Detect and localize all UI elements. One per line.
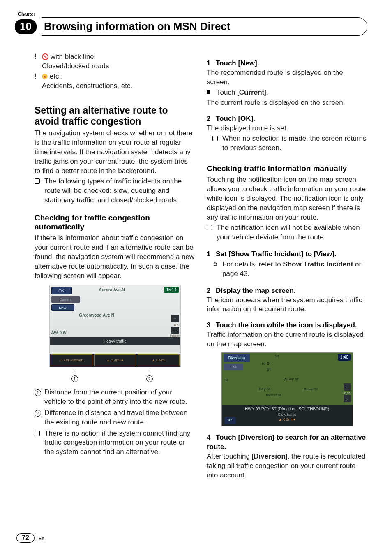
m-step-1-ref: For details, refer to Show Traffic Incid… <box>222 260 367 279</box>
step-2-note: When no selection is made, the screen re… <box>222 134 367 153</box>
m-step-3-body: Traffic information on the current route… <box>207 330 367 349</box>
fig2-diversion-button: Diversion <box>224 354 250 362</box>
note-box-icon <box>35 429 44 438</box>
m-step-1-title: Set [Show Traffic Incident] to [View]. <box>216 250 336 258</box>
chapter-number-badge: 10 <box>15 19 37 34</box>
fig2-time-badge: 1:46 <box>338 354 350 361</box>
m-step-2-title: Display the map screen. <box>216 287 296 294</box>
fig2-road-broad: Broad St <box>304 387 318 392</box>
chapter-title: Browsing information on MSN Direct <box>42 20 360 33</box>
bullet-2-sub: Accidents, constructions, etc. <box>42 81 132 91</box>
fig2-road-st: St <box>275 354 279 359</box>
step-1-title: Touch [New]. <box>216 59 259 67</box>
bullet-closed-roads: ! with black line: Closed/blocked roads <box>35 52 195 71</box>
fig1-heavy-traffic-bar: Heavy traffic <box>50 337 180 345</box>
step-2-title: Touch [OK]. <box>216 115 255 123</box>
fig2-road-st2: St <box>267 367 271 372</box>
fig2-info-line3: ▲ 0.2mi ● <box>222 417 353 422</box>
prohibit-icon <box>42 53 48 60</box>
note-box-icon <box>212 134 222 143</box>
fig2-road-st-left: St <box>224 378 228 382</box>
solid-square-icon <box>207 88 217 96</box>
fig1-seg-1: -0.4mi -0h09m <box>51 354 92 366</box>
m-step-1-ref-pre: For details, refer to <box>222 260 283 268</box>
fig1-time-badge: 15:14 <box>164 287 178 293</box>
fig1-seg-2: ▲ 1.4mi ● <box>94 354 136 366</box>
manual-check-note: The notification icon will not be availa… <box>217 223 367 242</box>
bullet-2-text: etc.: <box>50 72 63 80</box>
heading-manual-check: Checking traffic information manually <box>207 164 367 174</box>
figure-alt-route-screen: OK Current New Aurora Ave.N Greenwood Av… <box>49 285 181 367</box>
fig2-road-valley: Valley St <box>284 377 299 382</box>
m-step-2-heading: 2Display the map screen. <box>207 286 367 296</box>
fig2-road-mercer: Mercer St <box>266 393 281 398</box>
callout-2-icon: 2 <box>146 375 153 382</box>
m-step-4-body: After touching [Diversion], the route is… <box>207 452 367 480</box>
step-1-alt-tail: ]. <box>264 88 268 96</box>
bullet-1-sub: Closed/blocked roads <box>42 62 109 71</box>
step-2-heading: 2Touch [OK]. <box>207 114 367 124</box>
m-step-3-heading: 3Touch the icon while the icon is displa… <box>207 321 367 330</box>
circled-2-icon: 2 <box>35 410 41 417</box>
fig1-road-aurora: Aurora Ave.N <box>99 287 125 293</box>
fig2-back-icon: ↶ <box>224 417 236 424</box>
fig2-road-rd-st: rd St <box>262 361 271 366</box>
left-column: ! with black line: Closed/blocked roads … <box>35 52 195 481</box>
m-step-1-ref-bold: Show Traffic Incident <box>283 260 353 268</box>
step-1-alt-body: The current route is displayed on the sc… <box>207 98 367 108</box>
step-1-alt: Touch [Current]. <box>217 88 268 97</box>
chapter-label: Chapter <box>18 12 367 16</box>
chapter-title-wrap: Browsing information on MSN Direct <box>42 17 367 36</box>
manual-check-body: Touching the notification icon on the ma… <box>207 175 367 222</box>
m-step-4-pre: After touching [ <box>207 452 254 460</box>
bullet-dot-icon: ! <box>35 72 42 81</box>
figure-traffic-map: Diversion List 1:46 St rd St St St Valle… <box>221 352 353 426</box>
fig2-info-line2: Slow traffic <box>222 412 353 417</box>
figure-1-callouts: 1 2 <box>49 369 181 384</box>
fig2-zoom-out-icon: − <box>344 383 351 391</box>
no-action-note: There is no action if the system cannot … <box>44 429 195 457</box>
fig2-road-roy: Roy St <box>259 387 271 392</box>
bullet-accidents: ! etc.: Accidents, constructions, etc. <box>35 72 195 91</box>
m-step-3-title: Touch the icon while the icon is display… <box>216 321 357 329</box>
fig2-list-button: List <box>224 364 243 370</box>
step-1-body: The recommended route is displayed on th… <box>207 68 367 87</box>
step-1-alt-pre: Touch [ <box>217 88 239 96</box>
right-column: 1Touch [New]. The recommended route is d… <box>207 52 367 481</box>
fig1-zoom-in-icon: + <box>171 327 179 334</box>
page-lang: En <box>39 536 44 541</box>
heading-alt-route: Setting an alternative route to avoid tr… <box>35 105 195 127</box>
fig2-info-line1: HWY 99 ROY ST (Direction : SOUTHBOUND) <box>222 406 353 412</box>
circled-1-icon: 1 <box>35 389 41 396</box>
fig1-road-greenwood: Greenwood Ave N <box>79 313 114 318</box>
callout-1-icon: 1 <box>71 375 78 382</box>
heading-auto-check: Checking for traffic congestion automati… <box>35 213 195 232</box>
m-step-2-body: The icon appears when the system acquire… <box>207 296 367 315</box>
callout-2-text: Difference in distance and travel time b… <box>44 408 195 427</box>
bullet-1-text: with black line: <box>51 53 96 60</box>
step-1-heading: 1Touch [New]. <box>207 59 367 68</box>
fig2-bottom-info: HWY 99 ROY ST (Direction : SOUTHBOUND) S… <box>222 405 353 426</box>
m-step-4-title: Touch [Diversion] to search for an alter… <box>207 433 366 451</box>
bullet-dot-icon: ! <box>35 52 42 61</box>
fig1-current-button: Current <box>51 296 80 303</box>
note-box-icon <box>207 223 217 232</box>
step-2-body: The displayed route is set. <box>207 124 367 133</box>
fig1-ok-button: OK <box>51 287 72 294</box>
chapter-header: 10 Browsing information on MSN Direct <box>15 17 367 36</box>
fig2-zoom-in-icon: + <box>344 395 351 402</box>
fig1-seg-3: ▲ 0.9mi <box>138 354 180 366</box>
fig1-new-button: New <box>51 304 74 311</box>
step-1-alt-bold: Current <box>239 88 264 96</box>
arrow-ref-icon <box>212 260 222 268</box>
page-footer: 72 En <box>16 533 44 543</box>
fig1-zoom-out-icon: − <box>171 315 179 322</box>
alt-route-body: The navigation system checks whether or … <box>35 129 195 176</box>
callout-1-text: Distance from the current position of yo… <box>44 388 195 407</box>
m-step-4-heading: 4Touch [Diversion] to search for an alte… <box>207 433 367 452</box>
fig1-ave-nw: Ave NW <box>51 330 67 336</box>
m-step-4-bold: Diversion <box>254 452 285 460</box>
m-step-1-heading: 1Set [Show Traffic Incident] to [View]. <box>207 250 367 259</box>
alt-route-note: The following types of traffic incidents… <box>44 177 195 205</box>
fig1-bottom-bar: -0.4mi -0h09m ▲ 1.4mi ● ▲ 0.9mi <box>50 354 180 367</box>
